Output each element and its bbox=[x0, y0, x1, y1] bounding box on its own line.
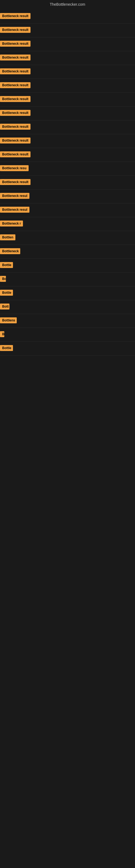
result-row: Bott bbox=[0, 300, 135, 314]
bottleneck-badge[interactable]: Bottleneck bbox=[0, 248, 20, 254]
bottleneck-badge[interactable]: Bottleneck result bbox=[0, 110, 31, 116]
result-row: Bottle bbox=[0, 342, 135, 355]
result-row: Bottleneck result bbox=[0, 93, 135, 106]
bottleneck-badge[interactable]: Bottleneck result bbox=[0, 124, 31, 130]
result-row: Bottleneck resul bbox=[0, 190, 135, 204]
bottleneck-badge[interactable]: Bottleneck resul bbox=[0, 193, 30, 199]
result-row: Bottleneck result bbox=[0, 37, 135, 51]
bottleneck-badge[interactable]: Bottleneck result bbox=[0, 13, 31, 19]
bottleneck-badge[interactable]: Bottle bbox=[0, 290, 13, 296]
bottleneck-badge[interactable]: Bottle bbox=[0, 262, 13, 268]
bottleneck-badge[interactable]: Bott bbox=[0, 304, 9, 310]
result-row: Bottle bbox=[0, 259, 135, 273]
bottleneck-badge[interactable]: Bottleneck result bbox=[0, 27, 31, 33]
bottleneck-badge[interactable]: Bottleneck r bbox=[0, 220, 23, 226]
result-row: Bottleneck result bbox=[0, 148, 135, 162]
result-row: Bottlen bbox=[0, 231, 135, 245]
result-row: B bbox=[0, 328, 135, 342]
result-row: Bottleneck result bbox=[0, 65, 135, 79]
result-row: Bottlens bbox=[0, 314, 135, 328]
bottleneck-badge[interactable]: Bottleneck result bbox=[0, 55, 31, 61]
result-row: Bottle bbox=[0, 286, 135, 300]
bottleneck-badge[interactable]: Bo bbox=[0, 276, 6, 282]
bottleneck-badge[interactable]: Bottleneck resu bbox=[0, 165, 29, 171]
result-row: Bottleneck result bbox=[0, 79, 135, 93]
result-row: Bottleneck result bbox=[0, 51, 135, 65]
result-row: Bottleneck result bbox=[0, 10, 135, 24]
bottleneck-badge[interactable]: Bottle bbox=[0, 345, 13, 351]
bottleneck-badge[interactable]: Bottleneck resul bbox=[0, 207, 30, 213]
bottleneck-badge[interactable]: B bbox=[0, 331, 4, 337]
bottleneck-badge[interactable]: Bottleneck result bbox=[0, 96, 31, 102]
bottleneck-badge[interactable]: Bottleneck result bbox=[0, 41, 31, 46]
result-row: Bottleneck r bbox=[0, 217, 135, 231]
bottleneck-badge[interactable]: Bottleneck result bbox=[0, 137, 31, 144]
result-row: Bottleneck resul bbox=[0, 204, 135, 217]
site-header: TheBottlenecker.com bbox=[0, 0, 135, 10]
page-container: TheBottlenecker.com Bottleneck resultBot… bbox=[0, 0, 135, 355]
bottleneck-badge[interactable]: Bottlen bbox=[0, 235, 15, 240]
bottleneck-badge[interactable]: Bottlens bbox=[0, 317, 17, 323]
result-row: Bottleneck bbox=[0, 245, 135, 259]
result-row: Bottleneck result bbox=[0, 106, 135, 120]
result-row: Bottleneck result bbox=[0, 134, 135, 148]
badges-container: Bottleneck resultBottleneck resultBottle… bbox=[0, 10, 135, 355]
bottleneck-badge[interactable]: Bottleneck result bbox=[0, 68, 31, 74]
bottleneck-badge[interactable]: Bottleneck result bbox=[0, 179, 31, 185]
result-row: Bottleneck resu bbox=[0, 162, 135, 176]
bottleneck-badge[interactable]: Bottleneck result bbox=[0, 82, 31, 88]
result-row: Bottleneck result bbox=[0, 120, 135, 134]
result-row: Bottleneck result bbox=[0, 176, 135, 190]
site-title: TheBottlenecker.com bbox=[50, 2, 85, 6]
result-row: Bo bbox=[0, 273, 135, 286]
result-row: Bottleneck result bbox=[0, 24, 135, 37]
bottleneck-badge[interactable]: Bottleneck result bbox=[0, 151, 31, 157]
